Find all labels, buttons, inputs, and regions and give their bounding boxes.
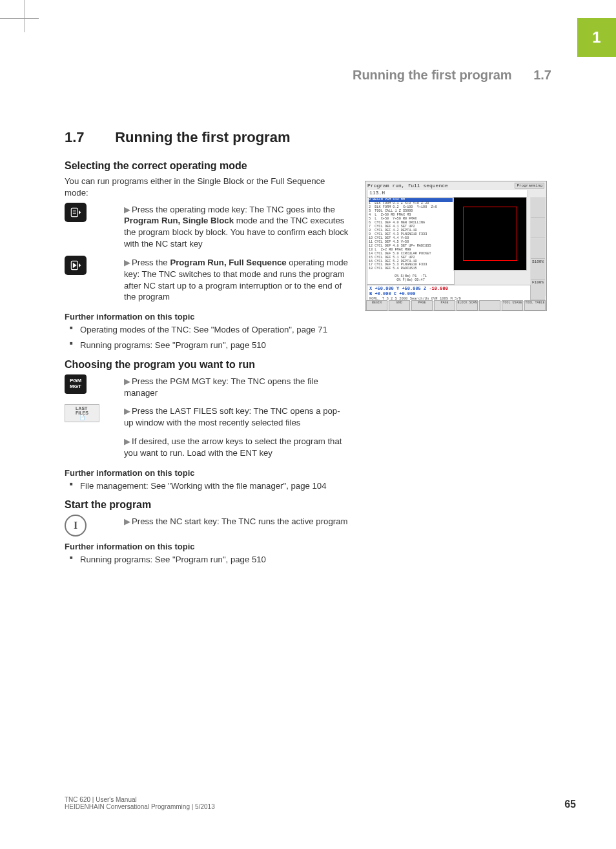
softkey: END: [389, 300, 410, 311]
shot-workpiece-outline: [463, 207, 517, 261]
further-info-heading: Further information on this topic: [65, 312, 349, 322]
subheading-operating-mode: Selecting the correct operating mode: [65, 160, 349, 172]
step-pgm-mgt: PGM MGT ▶Press the PGM MGT key: The TNC …: [65, 374, 349, 403]
page-number: 65: [564, 799, 576, 810]
tnc-screenshot: Program run, full sequence Programming 1…: [365, 181, 547, 311]
bullet-triangle-icon: ▶: [124, 436, 132, 447]
sidebar-widget: [531, 218, 545, 238]
step-nc-start: I ▶Press the NC start key: The TNC runs …: [65, 515, 349, 537]
bullet-triangle-icon: ▶: [124, 405, 132, 417]
softkey: PAGE: [434, 300, 455, 311]
shot-mode-right: Programming: [515, 183, 544, 189]
softkey: PAGE: [411, 300, 433, 311]
footer-line1: TNC 620 | User's Manual: [65, 796, 215, 803]
page-footer: TNC 620 | User's Manual HEIDENHAIN Conve…: [65, 796, 576, 810]
section-heading: 1.7 Running the first program: [65, 129, 349, 146]
sidebar-f100: F100%: [531, 280, 545, 300]
bullet-triangle-icon: ▶: [124, 257, 132, 269]
running-header: Running the first program 1.7: [353, 68, 551, 83]
bullet-triangle-icon: ▶: [124, 204, 132, 216]
shot-filename: 113.H: [367, 190, 528, 197]
softkey: BLOCK SCAN: [457, 300, 478, 311]
bullet-triangle-icon: ▶: [124, 516, 132, 527]
sidebar-widget: [531, 239, 545, 259]
softkey: TOOL USAGE: [502, 300, 523, 311]
step-arrow-select: ▶If desired, use the arrow keys to selec…: [65, 435, 349, 463]
last-files-softkey-icon: LAST FILES 📄: [65, 404, 99, 422]
svg-rect-0: [71, 208, 77, 216]
folder-icon: 📄: [79, 415, 85, 420]
shot-graphic-view: [453, 197, 527, 271]
single-block-key-icon: [65, 203, 87, 222]
shot-mode-title: Program run, full sequence: [367, 183, 448, 189]
footer-line2: HEIDENHAIN Conversational Programming | …: [65, 803, 215, 810]
full-sequence-key-icon: [65, 256, 87, 275]
svg-marker-4: [79, 210, 81, 214]
further-info-list: Operating modes of the TNC: See "Modes o…: [65, 324, 349, 351]
crop-mark-horizontal: [0, 18, 39, 19]
softkey: [479, 300, 500, 311]
subheading-start-program: Start the program: [65, 499, 349, 511]
list-item: Running programs: See "Program run", pag…: [65, 554, 349, 566]
shot-sidebar: S100% F100%: [530, 197, 546, 296]
softkey: TOOL TABLE: [524, 300, 546, 311]
svg-marker-7: [79, 263, 81, 268]
further-info-list: File management: See "Working with the f…: [65, 480, 349, 492]
svg-marker-6: [73, 263, 77, 268]
list-item: Operating modes of the TNC: See "Modes o…: [65, 324, 349, 336]
chapter-tab: 1: [577, 18, 616, 57]
step-single-block: ▶Press the operating mode key: The TNC g…: [65, 203, 349, 254]
section-title: Running the first program: [115, 129, 290, 145]
running-header-title: Running the first program: [353, 68, 512, 82]
subheading-choosing-program: Choosing the program you want to run: [65, 359, 349, 371]
further-info-heading: Further information on this topic: [65, 468, 349, 478]
step-last-files: LAST FILES 📄 ▶Press the LAST FILES soft …: [65, 404, 349, 433]
page-content: 1.7 Running the first program Selecting …: [65, 129, 349, 572]
running-header-section: 1.7: [533, 68, 551, 82]
crop-mark-vertical: [25, 0, 25, 32]
list-item: File management: See "Working with the f…: [65, 480, 349, 492]
sidebar-s100: S100%: [531, 260, 545, 280]
shot-softkey-row: BEGIN END PAGE PAGE BLOCK SCAN TOOL USAG…: [365, 300, 546, 311]
sidebar-widget: [531, 198, 545, 218]
further-info-list: Running programs: See "Program run", pag…: [65, 554, 349, 566]
shot-program-listing: 0 BEGIN PGM 113 MM1 BLK FORM 0.1 Z X+0 Y…: [367, 197, 455, 285]
further-info-heading: Further information on this topic: [65, 542, 349, 551]
list-item: Running programs: See "Program run", pag…: [65, 340, 349, 351]
section-number: 1.7: [65, 129, 111, 146]
bullet-triangle-icon: ▶: [124, 376, 132, 387]
shot-coordinates: X +50.000 Y +50.005 Z -10.000 B +0.000 C…: [367, 285, 531, 302]
softkey: BEGIN: [366, 300, 387, 311]
intro-text: You can run programs either in the Singl…: [65, 176, 349, 199]
pgm-mgt-key-icon: PGM MGT: [65, 374, 87, 394]
step-full-sequence: ▶Press the Program Run, Full Sequence op…: [65, 256, 349, 307]
nc-start-key-icon: I: [65, 515, 87, 537]
